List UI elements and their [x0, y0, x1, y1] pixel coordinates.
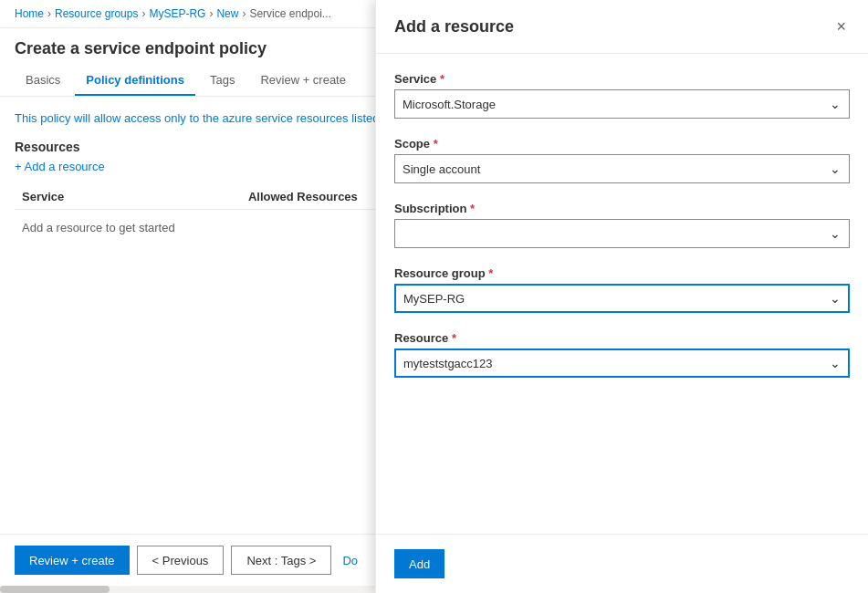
tab-tags[interactable]: Tags — [199, 66, 246, 96]
breadcrumb-new[interactable]: New — [216, 7, 238, 20]
breadcrumb-sep-4: › — [242, 7, 246, 20]
breadcrumb-sep-1: › — [47, 7, 51, 20]
main-container: Home › Resource groups › MySEP-RG › New … — [0, 0, 868, 593]
resource-group-select-wrapper: MySEP-RG — [394, 284, 850, 313]
breadcrumb-mysep-rg[interactable]: MySEP-RG — [149, 7, 205, 20]
download-button[interactable]: Do — [339, 548, 361, 573]
panel-title: Add a resource — [394, 17, 514, 36]
tab-policy-definitions[interactable]: Policy definitions — [75, 66, 195, 96]
subscription-select[interactable] — [394, 219, 850, 248]
panel-footer: Add — [376, 534, 868, 593]
resource-group-select[interactable]: MySEP-RG — [394, 284, 850, 313]
service-select[interactable]: Microsoft.Storage — [394, 89, 850, 119]
col-service: Service — [15, 184, 241, 210]
scope-select-wrapper: Single account All accounts All accounts… — [394, 154, 850, 183]
subscription-label: Subscription * — [394, 202, 850, 215]
service-form-group: Service * Microsoft.Storage — [394, 72, 850, 119]
resource-select[interactable]: myteststgacc123 — [394, 349, 850, 378]
service-label: Service * — [394, 72, 850, 86]
resource-group-required: * — [488, 266, 493, 280]
breadcrumb-resource-groups[interactable]: Resource groups — [55, 7, 138, 20]
panel-content: Service * Microsoft.Storage Scope * Sing… — [376, 54, 868, 534]
scope-select[interactable]: Single account All accounts All accounts… — [394, 154, 850, 183]
breadcrumb-current: Service endpoi... — [249, 7, 330, 20]
service-required: * — [440, 72, 444, 86]
review-create-button[interactable]: Review + create — [15, 546, 130, 575]
tab-basics[interactable]: Basics — [15, 66, 71, 96]
resource-label: Resource * — [394, 331, 850, 345]
next-tags-button[interactable]: Next : Tags > — [231, 546, 331, 575]
scrollbar-thumb[interactable] — [0, 586, 110, 593]
resource-select-wrapper: myteststgacc123 — [394, 349, 850, 378]
scope-form-group: Scope * Single account All accounts All … — [394, 137, 850, 183]
add-button[interactable]: Add — [394, 549, 444, 578]
subscription-form-group: Subscription * — [394, 202, 850, 248]
subscription-required: * — [470, 202, 475, 215]
close-panel-button[interactable]: × — [832, 15, 850, 38]
breadcrumb-home[interactable]: Home — [15, 7, 44, 20]
scope-label: Scope * — [394, 137, 850, 151]
previous-button[interactable]: < Previous — [137, 546, 225, 575]
tab-review-create[interactable]: Review + create — [249, 66, 357, 96]
panel-header: Add a resource × — [376, 0, 868, 54]
breadcrumb-sep-2: › — [141, 7, 145, 20]
resource-group-form-group: Resource group * MySEP-RG — [394, 266, 850, 313]
add-resource-panel: Add a resource × Service * Microsoft.Sto… — [375, 0, 868, 593]
resource-required: * — [452, 331, 456, 345]
resource-group-label: Resource group * — [394, 266, 850, 280]
scope-required: * — [434, 137, 438, 151]
resource-form-group: Resource * myteststgacc123 — [394, 331, 850, 378]
breadcrumb-sep-3: › — [209, 7, 213, 20]
subscription-select-wrapper — [394, 219, 850, 248]
service-select-wrapper: Microsoft.Storage — [394, 89, 850, 119]
